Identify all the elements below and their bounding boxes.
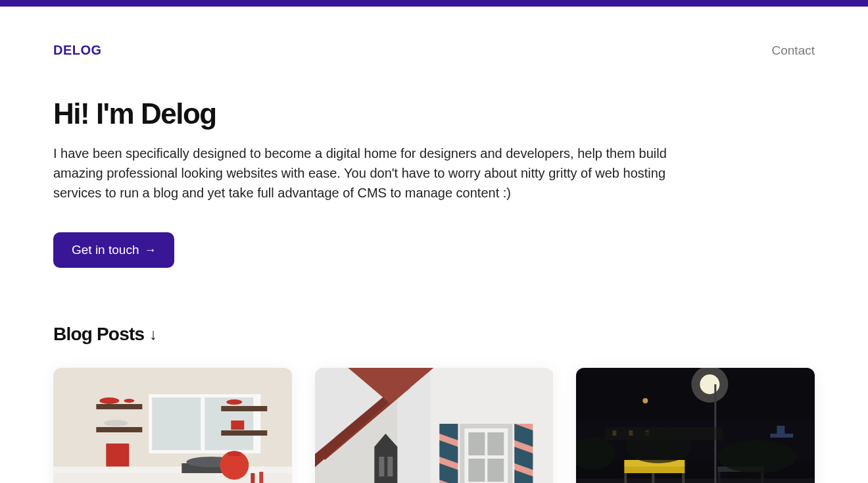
svg-rect-3 — [152, 397, 201, 450]
svg-rect-50 — [576, 478, 815, 483]
post-thumbnail-icon — [53, 368, 292, 483]
post-card[interactable] — [315, 368, 554, 483]
svg-rect-34 — [468, 432, 485, 455]
svg-rect-66 — [652, 473, 655, 483]
svg-point-55 — [643, 398, 648, 403]
svg-rect-37 — [487, 459, 504, 482]
main-nav: Contact — [772, 43, 815, 58]
svg-rect-15 — [106, 444, 129, 467]
svg-rect-62 — [625, 467, 685, 473]
svg-rect-64 — [625, 473, 627, 483]
arrow-right-icon: → — [144, 243, 156, 257]
svg-rect-68 — [718, 472, 721, 483]
post-thumbnail-icon — [576, 368, 815, 483]
svg-point-9 — [104, 420, 128, 426]
svg-point-7 — [124, 399, 134, 403]
svg-point-71 — [626, 430, 692, 463]
svg-rect-36 — [468, 459, 485, 482]
svg-rect-28 — [374, 447, 397, 483]
posts-heading: Blog Posts ↓ — [53, 324, 815, 345]
svg-rect-57 — [613, 430, 617, 436]
cta-label: Get in touch — [72, 243, 139, 257]
blog-posts-section: Blog Posts ↓ — [53, 268, 815, 483]
svg-rect-35 — [487, 432, 504, 455]
site-header: DELOG Contact — [53, 7, 815, 64]
arrow-down-icon: ↓ — [149, 325, 157, 343]
svg-rect-58 — [629, 430, 633, 436]
nav-contact-link[interactable]: Contact — [772, 43, 815, 57]
get-in-touch-button[interactable]: Get in touch → — [53, 232, 174, 268]
svg-rect-8 — [96, 427, 142, 432]
posts-heading-text: Blog Posts — [53, 324, 144, 345]
svg-rect-14 — [53, 473, 292, 483]
hero-description: I have been specifically designed to bec… — [53, 143, 711, 203]
post-thumbnail-icon — [315, 368, 554, 483]
svg-rect-30 — [379, 457, 384, 476]
svg-rect-31 — [387, 457, 393, 476]
svg-rect-69 — [761, 472, 764, 483]
logo-link[interactable]: DELOG — [53, 43, 102, 58]
svg-rect-61 — [771, 434, 794, 438]
post-card[interactable] — [53, 368, 292, 483]
svg-point-6 — [99, 397, 119, 404]
svg-point-72 — [718, 440, 797, 473]
svg-rect-13 — [231, 420, 244, 430]
posts-grid — [53, 368, 815, 483]
top-accent-bar — [0, 0, 868, 7]
svg-rect-12 — [221, 430, 267, 436]
hero-title: Hi! I'm Delog — [53, 97, 815, 130]
post-card[interactable] — [576, 368, 815, 483]
hero-section: Hi! I'm Delog I have been specifically d… — [53, 64, 815, 268]
svg-rect-4 — [205, 397, 253, 450]
svg-rect-10 — [221, 406, 267, 411]
svg-rect-21 — [259, 472, 263, 483]
svg-rect-20 — [251, 473, 254, 483]
svg-point-11 — [226, 399, 242, 405]
svg-rect-65 — [683, 473, 685, 483]
svg-rect-19 — [228, 452, 241, 456]
svg-rect-5 — [96, 404, 142, 409]
